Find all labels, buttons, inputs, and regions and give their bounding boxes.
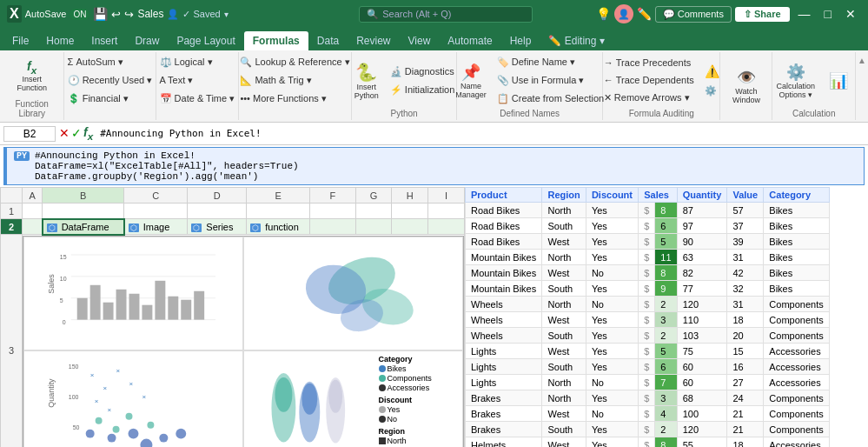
cell-sales-value[interactable]: 4 — [655, 406, 677, 422]
cell-product[interactable]: Mountain Bikes — [466, 265, 542, 281]
recently-used-button[interactable]: 🕐 Recently Used ▾ — [63, 72, 157, 89]
cell-sales-value[interactable]: 3 — [655, 390, 677, 406]
logical-button[interactable]: ⚖️ Logical ▾ — [156, 54, 217, 70]
cell-quantity[interactable]: 103 — [677, 328, 727, 344]
cell-value[interactable]: 57 — [727, 203, 764, 218]
cell-quantity[interactable]: 75 — [677, 344, 727, 359]
insert-function-icon[interactable]: fx — [83, 125, 93, 142]
cell-sales-dollar[interactable]: $ — [639, 250, 655, 265]
cell-quantity[interactable]: 100 — [677, 406, 727, 422]
cell-quantity[interactable]: 120 — [677, 297, 727, 312]
cell-value[interactable]: 20 — [727, 328, 764, 344]
cell-region[interactable]: South — [542, 218, 586, 234]
cell-sales-value[interactable]: 8 — [655, 203, 677, 218]
minimize-button[interactable]: — — [793, 5, 816, 23]
cell-value[interactable]: 21 — [727, 422, 764, 437]
cell-value[interactable]: 18 — [727, 437, 764, 448]
cell-sales-dollar[interactable]: $ — [639, 234, 655, 250]
table-row[interactable]: LightsWestYes$57515Accessories — [466, 344, 830, 359]
cell-discount[interactable]: Yes — [586, 312, 638, 328]
col-header-i[interactable]: I — [428, 188, 465, 203]
cell-discount[interactable]: Yes — [586, 328, 638, 344]
insert-function-button[interactable]: fx InsertFunction — [10, 57, 54, 96]
cell-g2[interactable] — [355, 219, 392, 235]
cell-product[interactable]: Brakes — [466, 390, 542, 406]
cell-category[interactable]: Components — [764, 390, 830, 406]
lookup-button[interactable]: 🔍 Lookup & Reference ▾ — [235, 54, 354, 70]
cell-sales-dollar[interactable]: $ — [639, 281, 655, 297]
cell-product[interactable]: Lights — [466, 375, 542, 390]
cell-region[interactable]: South — [542, 422, 586, 437]
cell-region[interactable]: South — [542, 359, 586, 375]
pen-icon[interactable]: ✏️ — [637, 7, 652, 21]
col-header-b[interactable]: B — [43, 188, 124, 203]
cell-c2[interactable]: ⬡ Image — [124, 219, 188, 235]
cell-discount[interactable]: Yes — [586, 422, 638, 437]
cell-quantity[interactable]: 120 — [677, 422, 727, 437]
tab-draw[interactable]: Draw — [126, 31, 168, 50]
cell-quantity[interactable]: 60 — [677, 359, 727, 375]
tab-view[interactable]: View — [400, 31, 440, 50]
tab-automate[interactable]: Automate — [439, 31, 500, 50]
close-button[interactable]: ✕ — [840, 5, 861, 23]
cell-product[interactable]: Brakes — [466, 406, 542, 422]
cell-discount[interactable]: Yes — [586, 203, 638, 218]
cell-value[interactable]: 42 — [727, 265, 764, 281]
table-row[interactable]: WheelsWestYes$311018Components — [466, 312, 830, 328]
cell-region[interactable]: North — [542, 203, 586, 218]
cell-sales-value[interactable]: 5 — [655, 234, 677, 250]
cell-product[interactable]: Wheels — [466, 312, 542, 328]
table-row[interactable]: HelmetsWestYes$85518Accessories — [466, 437, 830, 448]
trace-dependents-button[interactable]: ← Trace Dependents — [600, 72, 699, 88]
table-row[interactable]: WheelsSouthYes$210320Components — [466, 328, 830, 344]
profile-avatar[interactable]: 👤 — [614, 4, 633, 23]
cell-sales-value[interactable]: 6 — [655, 218, 677, 234]
financial-button[interactable]: 💲 Financial ▾ — [63, 90, 133, 107]
table-row[interactable]: Mountain BikesNorthYes$116331Bikes — [466, 250, 830, 265]
cell-category[interactable]: Components — [764, 406, 830, 422]
cell-discount[interactable]: Yes — [586, 250, 638, 265]
cell-h1[interactable] — [392, 203, 428, 219]
cell-sales-value[interactable]: 11 — [655, 250, 677, 265]
row-header-1[interactable]: 1 — [1, 203, 23, 219]
use-in-formula-button[interactable]: 📎 Use in Formula ▾ — [493, 72, 608, 89]
header-sales[interactable]: Sales — [639, 188, 678, 203]
cell-discount[interactable]: No — [586, 297, 638, 312]
tab-editing[interactable]: ✏️ Editing ▾ — [540, 31, 613, 50]
cell-discount[interactable]: Yes — [586, 390, 638, 406]
tab-data[interactable]: Data — [308, 31, 348, 50]
remove-arrows-button[interactable]: ✕ Remove Arrows ▾ — [600, 90, 699, 106]
cell-category[interactable]: Components — [764, 312, 830, 328]
cell-category[interactable]: Accessories — [764, 437, 830, 448]
cell-sales-value[interactable]: 2 — [655, 422, 677, 437]
table-row[interactable]: BrakesSouthYes$212021Components — [466, 422, 830, 437]
table-row[interactable]: Road BikesWestYes$59039Bikes — [466, 234, 830, 250]
header-product[interactable]: Product — [466, 188, 542, 203]
cell-value[interactable]: 24 — [727, 390, 764, 406]
cell-e2[interactable]: ⬡ function — [247, 219, 310, 235]
table-row[interactable]: Mountain BikesSouthYes$97732Bikes — [466, 281, 830, 297]
cell-region[interactable]: South — [542, 281, 586, 297]
cell-region[interactable]: North — [542, 250, 586, 265]
cell-category[interactable]: Bikes — [764, 234, 830, 250]
cell-f1[interactable] — [310, 203, 355, 219]
cell-sales-dollar[interactable]: $ — [639, 406, 655, 422]
cell-category[interactable]: Components — [764, 422, 830, 437]
col-header-e[interactable]: E — [247, 188, 310, 203]
cell-discount[interactable]: No — [586, 375, 638, 390]
cell-quantity[interactable]: 82 — [677, 265, 727, 281]
cell-discount[interactable]: Yes — [586, 281, 638, 297]
cell-region[interactable]: West — [542, 265, 586, 281]
define-name-button[interactable]: 🏷️ Define Name ▾ — [493, 54, 608, 70]
cell-quantity[interactable]: 90 — [677, 234, 727, 250]
cell-f2[interactable] — [310, 219, 355, 235]
insert-python-button[interactable]: 🐍 InsertPython — [349, 59, 384, 103]
calculation-options-button[interactable]: ⚙️ CalculationOptions ▾ — [772, 60, 820, 102]
cell-value[interactable]: 21 — [727, 406, 764, 422]
comments-button[interactable]: 💬 Comments — [655, 6, 732, 23]
cell-discount[interactable]: Yes — [586, 218, 638, 234]
header-region[interactable]: Region — [542, 188, 586, 203]
cell-category[interactable]: Bikes — [764, 265, 830, 281]
table-row[interactable]: LightsNorthNo$76027Accessories — [466, 375, 830, 390]
cell-b1[interactable] — [43, 203, 124, 219]
